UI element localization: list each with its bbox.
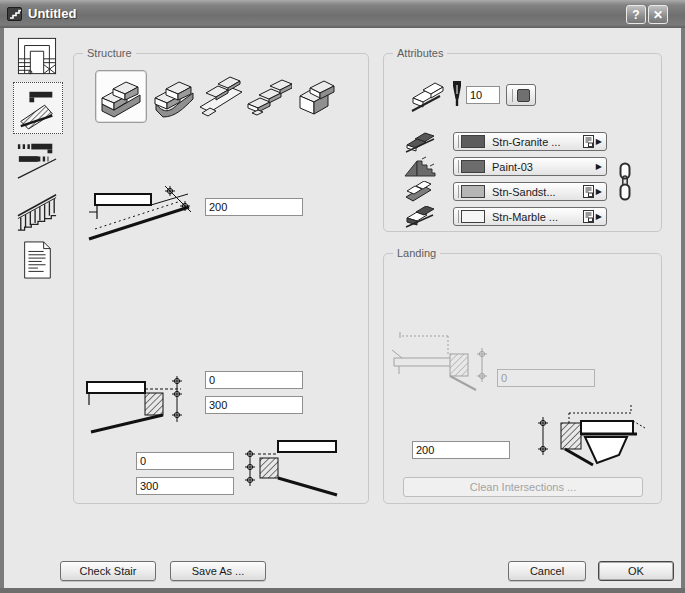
cancel-button[interactable]: Cancel <box>508 561 586 581</box>
stair-plan-icon <box>16 36 58 76</box>
slope-thickness-diagram <box>85 182 195 244</box>
help-button[interactable]: ? <box>626 5 646 24</box>
close-button[interactable]: ✕ <box>648 5 668 24</box>
tread-material-swatch <box>461 135 485 148</box>
texture-doc-icon <box>583 185 594 198</box>
pen-number-input[interactable] <box>466 86 500 104</box>
bottom-connection-diagram <box>244 438 340 500</box>
divider <box>458 185 459 198</box>
underside-material-label: Stn-Marble ... <box>492 211 583 223</box>
structure-type-monolithic-button[interactable] <box>294 74 340 120</box>
pen-color-divider <box>512 89 513 102</box>
popup-arrow-icon: ▶ <box>596 162 602 171</box>
clean-intersections-button: Clean Intersections ... <box>403 477 643 497</box>
structure-group-label: Structure <box>83 47 136 59</box>
monolithic-stair-icon <box>294 76 340 118</box>
sidebar-item-stair-geometry[interactable] <box>13 34 61 78</box>
underside-material-button[interactable]: Stn-Marble ... ▶ <box>453 207 607 226</box>
stair-3d-icon <box>410 78 446 114</box>
bottom-offset-input[interactable] <box>136 452 234 470</box>
sidebar-item-stair-structure[interactable] <box>13 82 63 134</box>
window-border-left <box>0 28 4 589</box>
popup-arrow-icon: ▶ <box>596 187 602 196</box>
landing-group-label: Landing <box>393 247 440 259</box>
stair-structure-icon <box>17 86 59 130</box>
link-chain-icon[interactable] <box>616 162 634 202</box>
title-bar: Untitled ? ✕ <box>0 0 685 28</box>
structure-type-stringer-button[interactable] <box>95 70 147 123</box>
top-connection-diagram <box>85 368 185 436</box>
riser-material-label: Stn-Sandst... <box>492 186 583 198</box>
app-stair-icon <box>7 6 23 22</box>
slope-thickness-input[interactable] <box>205 198 303 216</box>
structure-type-thin-slab-button[interactable] <box>198 74 246 120</box>
structure-type-floating-treads-button[interactable] <box>246 74 292 120</box>
landing-edge-offset-input <box>497 369 595 387</box>
riser-material-swatch <box>461 185 485 198</box>
top-offset-input[interactable] <box>205 371 303 389</box>
pen-color-chip <box>517 89 530 102</box>
underside-material-swatch <box>461 210 485 223</box>
floating-treads-stair-icon <box>246 76 292 118</box>
popup-arrow-icon: ▶ <box>596 212 602 221</box>
stairmaker-dialog: Untitled ? ✕ <box>0 0 685 593</box>
window-title: Untitled <box>28 0 76 28</box>
top-thickness-input[interactable] <box>205 396 303 414</box>
texture-doc-icon <box>583 135 594 148</box>
popup-arrow-icon: ▶ <box>596 137 602 146</box>
window-border-bottom <box>0 588 685 593</box>
texture-doc-icon <box>583 210 594 223</box>
sidebar-item-listing[interactable] <box>13 238 61 282</box>
landing-edge-diagram-disabled <box>392 330 490 398</box>
sidebar-item-tread-settings[interactable] <box>13 136 61 182</box>
window-border-right <box>681 28 685 589</box>
landing-thickness-diagram <box>531 403 647 471</box>
bottom-thickness-input[interactable] <box>136 477 234 495</box>
landing-thickness-input[interactable] <box>412 441 510 459</box>
tread-material-label: Stn-Granite ... <box>492 136 583 148</box>
curved-soffit-stair-icon <box>151 76 197 118</box>
divider <box>458 210 459 223</box>
railing-icon <box>16 189 58 231</box>
listing-document-icon <box>18 239 56 281</box>
sidebar-item-railing-settings[interactable] <box>13 188 61 232</box>
tread-profile-icon <box>16 138 58 180</box>
save-as-button[interactable]: Save As ... <box>170 561 266 581</box>
tread-material-icon <box>404 131 436 153</box>
structure-material-button[interactable]: Paint-03 ▶ <box>453 157 607 176</box>
check-stair-button[interactable]: Check Stair <box>60 561 156 581</box>
stringer-stair-icon <box>98 76 144 118</box>
thin-slab-stair-icon <box>198 76 246 118</box>
structure-material-label: Paint-03 <box>492 161 594 173</box>
pen-color-button[interactable] <box>506 84 536 106</box>
attributes-group-label: Attributes <box>393 47 447 59</box>
ok-button[interactable]: OK <box>598 561 674 581</box>
divider <box>458 135 459 148</box>
structure-type-curved-soffit-button[interactable] <box>151 74 197 120</box>
pen-icon <box>450 80 464 107</box>
divider <box>458 160 459 173</box>
structure-material-icon <box>404 156 436 178</box>
tread-material-button[interactable]: Stn-Granite ... ▶ <box>453 132 607 151</box>
structure-material-swatch <box>461 160 485 173</box>
riser-material-icon <box>404 181 436 203</box>
underside-material-icon <box>404 206 436 228</box>
riser-material-button[interactable]: Stn-Sandst... ▶ <box>453 182 607 201</box>
